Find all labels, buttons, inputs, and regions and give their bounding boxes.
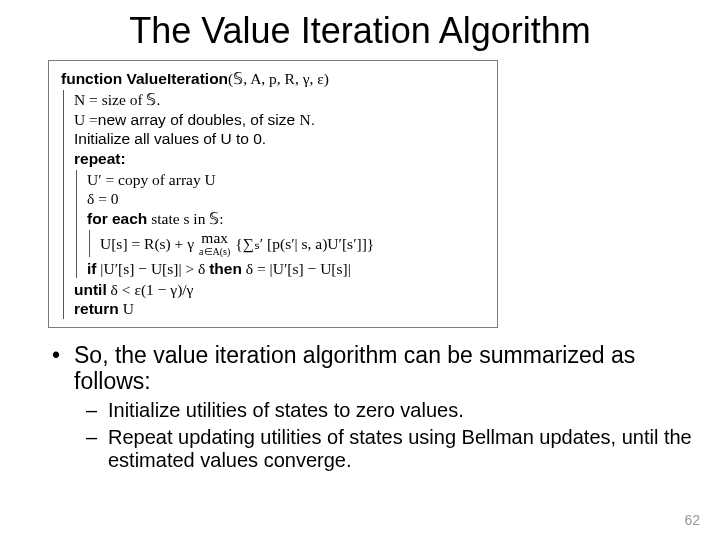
return-line: return U — [74, 299, 489, 318]
algo-line-copy: U′ = copy of array U — [87, 170, 489, 189]
algo-line-init: Initialize all values of U to 0. — [74, 129, 489, 148]
then-keyword: then — [209, 260, 242, 277]
bullet2a-text: Initialize utilities of states to zero v… — [108, 399, 464, 422]
slide-title: The Value Iteration Algorithm — [0, 0, 720, 58]
bullet-dash-icon: – — [86, 426, 108, 472]
for-rest: state s in 𝕊: — [147, 210, 223, 227]
bullet-dash-icon: – — [86, 399, 108, 422]
page-number: 62 — [684, 512, 700, 528]
bullet-level2: – Repeat updating utilities of states us… — [86, 426, 700, 472]
until-condition: δ < ε(1 − γ)/γ — [107, 281, 194, 298]
algo-line-delta0: δ = 0 — [87, 189, 489, 208]
repeat-keyword: repeat: — [74, 149, 489, 168]
return-value: U — [119, 300, 134, 317]
bullet-list: • So, the value iteration algorithm can … — [0, 342, 720, 472]
algo-line-N: N = size of 𝕊. — [74, 90, 489, 109]
bullet-level1: • So, the value iteration algorithm can … — [52, 342, 700, 395]
max-operator: max a∈A(s) — [199, 230, 230, 257]
function-keyword: function — [61, 70, 122, 87]
for-body: U[s] = R(s) + γ max a∈A(s) {∑ₛ′ [p(s′| s… — [89, 230, 489, 257]
algo-function-line: function ValueIteration(𝕊, A, p, R, γ, ε… — [61, 69, 489, 88]
until-line: until δ < ε(1 − γ)/γ — [74, 280, 489, 299]
for-keyword: for each — [87, 210, 147, 227]
algorithm-box: function ValueIteration(𝕊, A, p, R, γ, ε… — [48, 60, 498, 328]
max-subscript: a∈A(s) — [199, 247, 230, 257]
for-line: for each state s in 𝕊: — [87, 209, 489, 228]
algo-line-U: U =new array of doubles, of size N. — [74, 110, 489, 129]
eq-lhs: U[s] = R(s) + γ — [100, 234, 194, 253]
if-line: if |U′[s] − U[s]| > δ then δ = |U′[s] − … — [87, 259, 489, 278]
max-text: max — [201, 230, 228, 246]
bullet-level2: – Initialize utilities of states to zero… — [86, 399, 700, 422]
function-args: (𝕊, A, p, R, γ, ε) — [228, 70, 329, 87]
repeat-body: U′ = copy of array U δ = 0 for each stat… — [76, 170, 489, 278]
slide: The Value Iteration Algorithm function V… — [0, 0, 720, 540]
if-condition: |U′[s] − U[s]| > δ — [96, 260, 209, 277]
until-keyword: until — [74, 281, 107, 298]
function-name: ValueIteration — [126, 70, 228, 87]
eq-rhs: {∑ₛ′ [p(s′| s, a)U′[s′]]} — [235, 234, 374, 253]
bellman-update-line: U[s] = R(s) + γ max a∈A(s) {∑ₛ′ [p(s′| s… — [100, 230, 489, 257]
bullet2b-text: Repeat updating utilities of states usin… — [108, 426, 700, 472]
bullet-dot-icon: • — [52, 342, 74, 395]
return-keyword: return — [74, 300, 119, 317]
then-body: δ = |U′[s] − U[s]| — [242, 260, 351, 277]
bullet1-text: So, the value iteration algorithm can be… — [74, 342, 700, 395]
algo-body: N = size of 𝕊. U =new array of doubles, … — [63, 90, 489, 318]
